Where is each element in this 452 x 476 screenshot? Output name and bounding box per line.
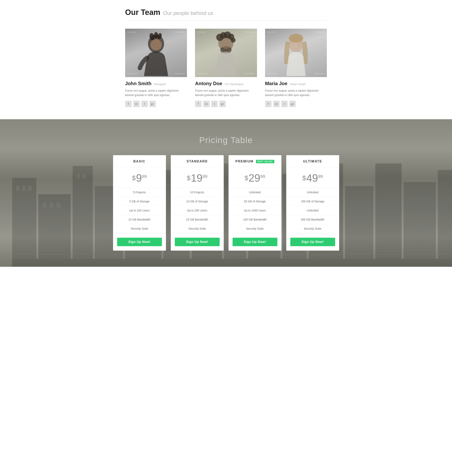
price-container-ultimate: $ 49 99 bbox=[286, 167, 339, 188]
member-role-1: Designer bbox=[154, 82, 166, 86]
price-wrap-premium: $ 29 99 bbox=[245, 173, 265, 183]
feature-item: Security Suite bbox=[286, 224, 339, 233]
facebook-icon-3[interactable]: f bbox=[265, 101, 272, 107]
plan-name-basic: BASIC bbox=[133, 160, 146, 163]
feature-item: Unlimited bbox=[286, 206, 339, 215]
member-name-1: John Smith bbox=[125, 81, 152, 86]
price-symbol-ultimate: $ bbox=[302, 174, 306, 182]
googleplus-icon-3[interactable]: g+ bbox=[289, 101, 296, 107]
price-wrap-ultimate: $ 49 99 bbox=[302, 173, 323, 183]
svg-rect-25 bbox=[77, 174, 80, 179]
svg-point-12 bbox=[221, 39, 231, 49]
pricing-card-premium: PREMIUM BEST VALUE! $ 29 99 Unlimited 50… bbox=[228, 155, 281, 251]
svg-rect-24 bbox=[73, 166, 93, 267]
facebook-icon-2[interactable]: f bbox=[195, 101, 201, 107]
feature-item: 10 GB Bandwidth bbox=[113, 215, 166, 224]
section-title-bold: Our Team bbox=[125, 8, 160, 17]
feature-item: Security Suite bbox=[171, 224, 224, 233]
pricing-grid: BASIC $ 9 99 5 Projects 5 GB of Storage … bbox=[113, 155, 339, 251]
member-bio-3: Fusce orci augue, porta a sapien digniss… bbox=[265, 88, 327, 98]
svg-rect-23 bbox=[57, 202, 60, 208]
photo-placeholder-3: envato #envato #envato #envato bbox=[265, 29, 327, 77]
watermark: #envato bbox=[244, 72, 255, 75]
price-main-basic: 9 bbox=[136, 173, 142, 183]
svg-rect-16 bbox=[12, 178, 36, 267]
feature-item: Up to 1000 Users bbox=[228, 206, 281, 215]
svg-rect-26 bbox=[83, 174, 86, 179]
signup-button-standard[interactable]: Sign Up Now! bbox=[175, 238, 220, 246]
member-bio-1: Fusce orci augue, porta a sapien digniss… bbox=[125, 88, 187, 98]
plan-header-premium: PREMIUM BEST VALUE! bbox=[228, 155, 281, 167]
price-symbol-premium: $ bbox=[245, 174, 248, 182]
watermark: #envato bbox=[244, 31, 255, 33]
svg-point-14 bbox=[289, 34, 303, 43]
team-photo-2: envato #envato #envato #envato bbox=[195, 29, 257, 77]
member-role-3: Team Head bbox=[290, 82, 306, 86]
person-silhouette-2 bbox=[206, 30, 246, 76]
twitter-icon-3[interactable]: t bbox=[281, 101, 288, 107]
twitter-icon-2[interactable]: t bbox=[211, 101, 218, 107]
feature-item: 500 GB Bandwidth bbox=[286, 215, 339, 224]
member-role-2: UX Developer bbox=[225, 82, 243, 86]
svg-rect-22 bbox=[49, 202, 53, 208]
cta-ultimate: Sign Up Now! bbox=[286, 233, 339, 251]
photo-placeholder-2: envato #envato #envato #envato bbox=[195, 29, 257, 77]
team-photo-1: envato #envato #envato #envato bbox=[125, 29, 187, 77]
svg-rect-17 bbox=[16, 186, 19, 191]
signup-button-ultimate[interactable]: Sign Up Now! bbox=[290, 238, 335, 246]
feature-item: 5 Projects bbox=[113, 188, 166, 197]
svg-rect-56 bbox=[438, 170, 452, 267]
team-section: Our Team Our people behind us envato #en… bbox=[113, 0, 339, 119]
price-container-premium: $ 29 99 bbox=[228, 167, 281, 188]
svg-rect-55 bbox=[404, 182, 436, 267]
price-cents-premium: 99 bbox=[260, 174, 265, 179]
plan-header-standard: STANDARD bbox=[171, 155, 224, 167]
svg-point-4 bbox=[150, 39, 162, 51]
photo-placeholder-1: envato #envato #envato #envato bbox=[125, 29, 187, 77]
team-card-2: envato #envato #envato #envato bbox=[195, 29, 257, 107]
facebook-icon-1[interactable]: f bbox=[125, 101, 132, 107]
pricing-section-title: Pricing Table bbox=[12, 135, 440, 145]
linkedin-icon-3[interactable]: in bbox=[273, 101, 279, 107]
plan-name-premium: PREMIUM bbox=[235, 160, 253, 163]
price-container-basic: $ 9 99 bbox=[113, 167, 166, 188]
member-bio-2: Fusce orci augue, porta a sapien digniss… bbox=[195, 88, 257, 98]
feature-list-ultimate: Unlimited 150 GB of Storage Unlimited 50… bbox=[286, 188, 339, 233]
price-cents-basic: 99 bbox=[142, 174, 147, 179]
svg-point-10 bbox=[231, 38, 236, 43]
price-container-standard: $ 19 99 bbox=[171, 167, 224, 188]
price-main-premium: 29 bbox=[248, 173, 260, 183]
plan-header-basic: BASIC bbox=[113, 155, 166, 167]
signup-button-premium[interactable]: Sign Up Now! bbox=[233, 238, 277, 246]
svg-rect-57 bbox=[12, 259, 452, 267]
feature-list-standard: 10 Projects 10 GB of Storage Up to 250 U… bbox=[171, 188, 224, 233]
price-symbol-standard: $ bbox=[187, 174, 190, 182]
feature-item: Up to 250 Users bbox=[171, 206, 224, 215]
feature-item: Security Suite bbox=[228, 224, 281, 233]
cta-basic: Sign Up Now! bbox=[113, 233, 166, 251]
signup-button-basic[interactable]: Sign Up Now! bbox=[117, 238, 162, 246]
feature-item: 50 GB of Storage bbox=[228, 197, 281, 206]
social-icons-3: f in t g+ bbox=[265, 101, 327, 107]
googleplus-icon-2[interactable]: g+ bbox=[219, 101, 226, 107]
watermark: envato bbox=[127, 31, 136, 33]
team-card-3: envato #envato #envato #envato bbox=[265, 29, 327, 107]
linkedin-icon-1[interactable]: in bbox=[133, 101, 140, 107]
svg-rect-54 bbox=[375, 163, 402, 267]
price-cents-standard: 99 bbox=[202, 174, 207, 179]
feature-item: 10 GB of Storage bbox=[171, 197, 224, 206]
feature-item: 100 GB Bandwidth bbox=[228, 215, 281, 224]
price-main-ultimate: 49 bbox=[306, 173, 318, 183]
twitter-icon-1[interactable]: t bbox=[141, 101, 148, 107]
person-silhouette-1 bbox=[136, 30, 176, 76]
price-main-standard: 19 bbox=[191, 173, 202, 183]
pricing-section: Pricing Table BASIC $ 9 99 5 Projects 5 … bbox=[0, 119, 452, 267]
price-wrap-standard: $ 19 99 bbox=[187, 173, 207, 183]
googleplus-icon-1[interactable]: g+ bbox=[149, 101, 156, 107]
linkedin-icon-2[interactable]: in bbox=[203, 101, 210, 107]
plan-name-ultimate: ULTIMATE bbox=[303, 160, 322, 163]
price-symbol-basic: $ bbox=[132, 174, 136, 182]
feature-item: 25 GB Bandwidth bbox=[171, 215, 224, 224]
pricing-card-standard: STANDARD $ 19 99 10 Projects 10 GB of St… bbox=[171, 155, 224, 251]
member-name-3: Maria Joe bbox=[265, 81, 287, 86]
